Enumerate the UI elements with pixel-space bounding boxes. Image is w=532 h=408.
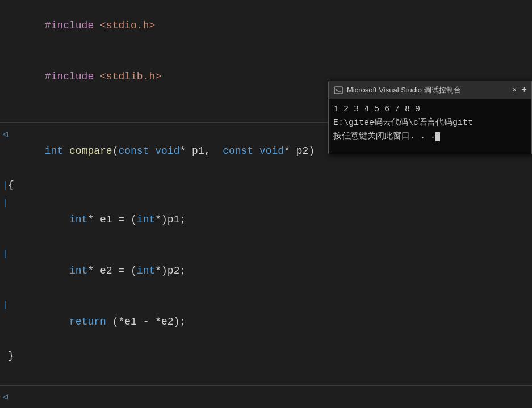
gutter [2, 52, 7, 69]
preprocessor: #include [45, 71, 100, 82]
cursor [435, 132, 440, 141]
gutter: | [2, 177, 7, 194]
gutter: | [2, 297, 7, 314]
terminal-output-path: E:\gitee码云代码\c语言代码gitt [333, 116, 527, 130]
include-path: <stdio.h> [100, 20, 155, 31]
code-line: | return (*e1 - *e2); [0, 296, 532, 347]
keyword: const [223, 145, 253, 157]
code-line: | { [0, 176, 532, 194]
terminal-body: 1 2 3 4 5 6 7 8 9 E:\gitee码云代码\c语言代码gitt… [329, 99, 531, 154]
line-content: #include <stdio.h> [8, 0, 155, 51]
terminal-titlebar: Microsoft Visual Studio 调试控制台 × + [329, 81, 531, 99]
line-content: int* e1 = (int*)p1; [8, 194, 186, 245]
terminal-icon [333, 85, 344, 95]
code-line: | int* e2 = (int*)p2; [0, 245, 532, 296]
include-path: <stdlib.h> [100, 71, 161, 82]
gutter [2, 1, 7, 18]
gutter [2, 348, 7, 365]
keyword: int [45, 145, 63, 157]
terminal-window: Microsoft Visual Studio 调试控制台 × + 1 2 3 … [328, 81, 532, 154]
keyword: int [137, 265, 155, 276]
code-line: } [0, 347, 532, 365]
code-line [0, 365, 532, 382]
line-content: #include <stdlib.h> [8, 51, 161, 102]
line-content: } [8, 347, 14, 364]
line-content: int main() [8, 388, 106, 408]
line-content [8, 102, 14, 119]
svg-rect-0 [334, 87, 342, 94]
keyword: void [259, 145, 284, 157]
gutter [2, 103, 7, 120]
keyword: int [69, 214, 87, 225]
keyword: void [155, 145, 179, 157]
code-line: #include <stdio.h> [0, 0, 532, 51]
gutter: | [2, 246, 7, 263]
line-content: { [8, 176, 14, 194]
line-content: int compare(const void* p1, const void* … [8, 125, 315, 176]
keyword: int [137, 214, 155, 225]
keyword: int [69, 265, 87, 276]
keyword: return [69, 316, 106, 327]
code-editor: #include <stdio.h> #include <stdlib.h> ◁… [0, 0, 532, 408]
line-content: return (*e1 - *e2); [8, 296, 186, 347]
terminal-close-button[interactable]: × [512, 82, 517, 99]
terminal-output-numbers: 1 2 3 4 5 6 7 8 9 [333, 103, 527, 116]
terminal-output-prompt: 按任意键关闭此窗口. . . [333, 130, 527, 144]
terminal-title: Microsoft Visual Studio 调试控制台 [347, 82, 512, 99]
code-line: | int* e1 = (int*)p1; [0, 194, 532, 245]
gutter-arrow: ◁ [2, 126, 7, 143]
keyword: const [118, 145, 149, 157]
terminal-prompt-text: 按任意键关闭此窗口. . . [333, 132, 435, 141]
gutter [2, 365, 7, 382]
line-content [8, 365, 14, 382]
gutter: | [2, 195, 7, 212]
line-content: int* e2 = (int*)p2; [8, 245, 186, 296]
preprocessor: #include [45, 20, 100, 31]
gutter-arrow: ◁ [2, 389, 7, 406]
terminal-add-button[interactable]: + [521, 82, 527, 99]
function-name: compare [69, 145, 112, 157]
separator [0, 385, 532, 386]
code-line: ◁ int main() [0, 388, 532, 408]
